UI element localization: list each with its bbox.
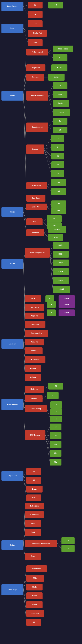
node-ct_5000[interactable]: 5000K [53,242,69,249]
node-smartimage[interactable]: Smart Image [1,584,23,595]
node-ct_9300[interactable]: 9300K [53,277,69,284]
node-clock[interactable]: Clock [25,529,41,536]
node-g_1_8[interactable]: 1.8 [51,135,64,142]
node-rn_off[interactable]: Off [61,545,75,552]
node-smartresponse[interactable]: SmartResponse [26,91,48,100]
node-widescreen[interactable]: Wide screen [53,46,73,52]
node-dpaudio[interactable]: DP Audio [26,229,44,236]
node-sc_on[interactable]: On [53,118,67,125]
node-g_2_8[interactable]: 2.8 [51,170,64,177]
node-colortemperature[interactable]: Color Temperature [25,248,50,258]
node-portugilma[interactable]: PortugIlma [25,356,45,363]
node-v_2[interactable]: 2 [47,392,59,399]
node-sa_on[interactable]: On [51,200,66,207]
node-setup[interactable]: Setup [1,540,23,550]
node-osd_10s[interactable]: 10s [50,432,61,439]
node-tr_3[interactable]: 3 [50,408,62,415]
node-phase[interactable]: Phase [25,520,41,527]
node-office[interactable]: Office [26,575,44,582]
node-sr_fastest[interactable]: Fastest [53,109,70,116]
node-displayport[interactable]: DisplayPort [28,30,47,36]
node-resolutionnotification[interactable]: Resolution Notification [25,540,57,547]
node-spanililma[interactable]: SpanilIlma [25,321,45,328]
node-osdsettings[interactable]: OSD Settings [1,399,23,410]
node-language[interactable]: Language [1,339,23,349]
node-es_off[interactable]: Off [26,477,41,484]
node-brightness[interactable]: Brightness [26,64,45,71]
node-ai_b_range[interactable]: 0-100 [59,310,75,316]
node-transparency[interactable]: Transparency [25,405,47,412]
node-v4_3[interactable]: 4:3 [53,54,67,61]
node-game[interactable]: Game [26,601,42,608]
node-italilma[interactable]: ItalIlma [25,348,42,354]
node-sr_off[interactable]: Off [53,82,67,89]
node-g_2_2[interactable]: 2.2 [51,152,64,160]
node-ud_r[interactable]: R [47,301,56,308]
node-es_on[interactable]: On [26,468,41,475]
node-es_auto[interactable]: Auto [26,494,41,501]
node-vertical[interactable]: Vertical [25,395,42,402]
node-co_range[interactable]: 0-100 [48,74,65,81]
node-francouzilma[interactable]: FrancouzIlma [25,330,48,337]
node-sa_off[interactable]: Off [51,207,66,214]
node-es_demo[interactable]: Demo [26,486,42,492]
node-tr_0[interactable]: 0 [50,402,62,408]
node-vposition[interactable]: V. Position [25,512,44,518]
node-powersensor[interactable]: PowerSensor [1,2,23,11]
node-po_on[interactable]: On [51,179,66,186]
node-tr_s[interactable]: s [50,416,62,422]
node-srgb[interactable]: sRGB [25,295,41,302]
node-nèmilma[interactable]: NèmIlma [25,338,44,346]
node-anglilma[interactable]: AnglIlma [25,312,44,320]
node-br_range[interactable]: 0-100 [51,64,67,71]
node-mute[interactable]: Mute [26,218,42,225]
node-smartcontrast[interactable]: SmartContrast [26,122,48,132]
node-picture[interactable]: Picture [1,91,23,100]
node-osdtimeout[interactable]: OSD Timeout [25,430,45,440]
node-osd_60s[interactable]: 60s [50,459,61,466]
node-osd_5s[interactable]: 5s [50,424,61,430]
node-po_off[interactable]: Off [51,188,66,195]
node-ergosensor[interactable]: ErgoSensor [1,471,23,481]
node-si_off[interactable]: Off [26,619,41,626]
node-dp_in[interactable]: DP-In [48,234,63,241]
node-pixelorbing[interactable]: Pixel Orbing [26,182,47,189]
node-dp_auto[interactable]: Autolink [48,226,66,233]
node-h_off[interactable]: Off [48,383,63,390]
node-gamma[interactable]: Gamma [26,144,44,154]
node-standalone[interactable]: Stand-Alone [26,204,47,210]
node-sr_faster[interactable]: Faster [53,100,69,107]
node-photo[interactable]: Photo [26,584,42,590]
node-ud_r_range[interactable]: 0-100 [59,301,75,308]
node-on[interactable]: On [28,2,42,8]
node-rn_on[interactable]: On [61,537,75,544]
node-color[interactable]: Color [1,259,23,269]
node-pictureformat[interactable]: Picture format [26,49,48,56]
node-userdefine[interactable]: User Define [25,304,44,311]
node-overscan[interactable]: Over Scan [26,195,45,202]
node-cnilma[interactable]: CnIlma [25,374,41,381]
node-g_2[interactable]: 2 [51,144,64,151]
node-ct_6500[interactable]: 6500K [53,251,69,258]
node-ruilma[interactable]: RuIlma [25,365,41,372]
node-v0_4[interactable]: 0-4 [48,2,63,8]
node-ai_b[interactable]: B [47,310,56,316]
node-sc_off[interactable]: Off [53,126,67,134]
node-hposition[interactable]: H. Position [25,502,44,510]
node-economy[interactable]: Economy [26,610,44,617]
node-mu_on[interactable]: On [47,215,62,222]
node-ct_8200[interactable]: 8200K [53,268,69,275]
node-sr_fast[interactable]: Fast [53,91,67,98]
node-vga[interactable]: VGA [28,39,42,46]
node-g_2_4[interactable]: 2.4 [51,162,64,168]
node-horizontal[interactable]: Horizontal [25,386,44,392]
node-dvi[interactable]: DVI [28,20,42,27]
node-audio[interactable]: Audio [1,207,23,217]
node-contrast[interactable]: Contrast [26,74,44,81]
node-reset[interactable]: Reset [25,553,41,560]
node-ct_7500[interactable]: 7500K [53,260,69,266]
node-osd_30s[interactable]: 30s [50,450,61,457]
node-ct_11500[interactable]: 11500K [53,286,70,293]
node-movie[interactable]: Movie [26,592,42,599]
node-input[interactable]: Input [1,24,23,33]
